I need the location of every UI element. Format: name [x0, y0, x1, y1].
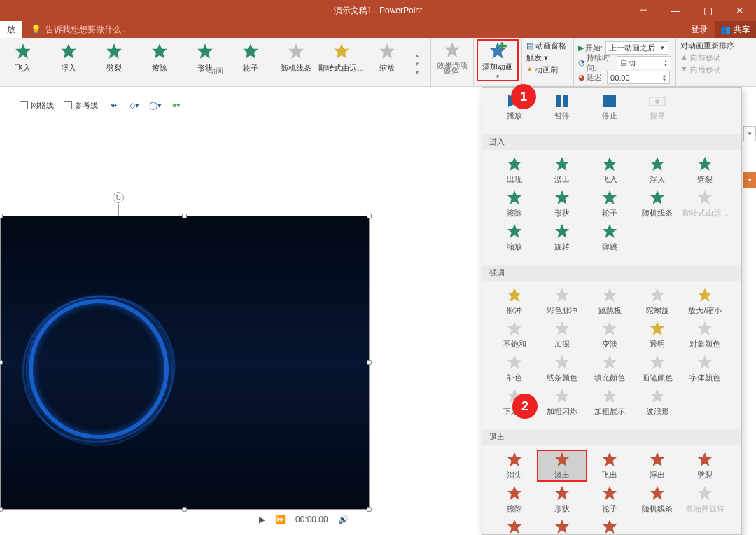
- media-stop[interactable]: 停止: [586, 93, 634, 121]
- add-animation-dropdown: 播放 暂停 停止 搜寻 进入 出现淡出飞入浮入劈裂擦除形状轮子随机线条翻转式由远…: [482, 87, 742, 535]
- category-exit: 退出: [482, 429, 741, 445]
- anim-option[interactable]: 浮入: [634, 155, 681, 185]
- anim-option[interactable]: 陀螺旋: [634, 286, 681, 316]
- svg-marker-52: [555, 452, 569, 466]
- anim-option[interactable]: 擦除: [491, 485, 538, 514]
- painter-icon: ✦: [526, 65, 533, 74]
- anim-option[interactable]: 缩放: [491, 518, 538, 535]
- anim-option[interactable]: 跳跳板: [586, 286, 634, 316]
- annotation-badge-2: 2: [512, 394, 538, 419]
- rail-marker[interactable]: ▾: [743, 172, 756, 188]
- anim-option[interactable]: 变淡: [586, 320, 634, 349]
- anim-option[interactable]: 加粗闪烁: [538, 387, 586, 417]
- anim-option[interactable]: 轮子: [586, 485, 634, 514]
- anim-option[interactable]: 旋转: [538, 518, 586, 535]
- delay-spinner[interactable]: 00.00▲▼: [607, 71, 670, 84]
- close-icon[interactable]: ✕: [724, 0, 756, 21]
- anim-option[interactable]: 波浪形: [634, 387, 681, 417]
- category-entrance: 进入: [482, 134, 741, 150]
- anim-option: 收缩并旋转: [681, 485, 729, 514]
- anim-option[interactable]: 随机线条: [634, 189, 681, 218]
- duration-spinner[interactable]: 自动▲▼: [617, 56, 671, 69]
- svg-marker-1: [61, 43, 76, 59]
- anim-option[interactable]: 劈裂: [681, 451, 729, 480]
- anim-option[interactable]: 淡出: [538, 451, 586, 480]
- reorder-section: 对动画重新排序 ▲向前移动 ▼向后移动: [676, 38, 752, 86]
- animation-painter-button[interactable]: ✦动画刷: [526, 64, 569, 75]
- svg-marker-31: [603, 224, 617, 238]
- delay-icon: ◕: [578, 73, 585, 82]
- move-later-button[interactable]: ▼向后移动: [680, 64, 748, 75]
- svg-marker-58: [603, 486, 617, 500]
- guides-checkbox[interactable]: 参考线: [64, 100, 98, 111]
- fill-dropdown-icon[interactable]: ●▾: [171, 99, 182, 111]
- video-object[interactable]: ↻: [0, 216, 370, 510]
- step-button[interactable]: ⏩: [275, 515, 286, 524]
- login-link[interactable]: 登录: [684, 24, 715, 36]
- anim-option[interactable]: 填充颜色: [586, 354, 634, 383]
- anim-option[interactable]: 飞入: [586, 155, 634, 185]
- volume-icon[interactable]: 🔊: [338, 515, 349, 524]
- anim-option[interactable]: 弹跳: [586, 518, 634, 535]
- move-earlier-button[interactable]: ▲向前移动: [680, 53, 748, 63]
- anim-option[interactable]: 画笔颜色: [634, 354, 681, 383]
- anim-option[interactable]: 透明: [634, 320, 681, 349]
- anim-option[interactable]: 飞出: [586, 451, 634, 480]
- start-dropdown[interactable]: 上一动画之后▼: [606, 41, 668, 55]
- play-button[interactable]: ▶: [259, 515, 265, 524]
- svg-marker-28: [698, 190, 712, 204]
- ribbon-display-options-icon[interactable]: ▭: [627, 0, 659, 21]
- gridlines-checkbox[interactable]: 网格线: [20, 100, 54, 111]
- tab-active[interactable]: 放: [0, 21, 22, 38]
- anim-option[interactable]: 弹跳: [586, 223, 634, 252]
- svg-marker-50: [650, 389, 664, 403]
- anim-option[interactable]: 加深: [538, 320, 586, 349]
- svg-marker-53: [603, 452, 617, 466]
- svg-marker-19: [507, 157, 522, 171]
- playback-time: 00:00.00: [295, 515, 328, 524]
- entrance-row: 出现淡出飞入浮入劈裂擦除形状轮子随机线条翻转式由远...缩放旋转弹跳: [482, 150, 741, 265]
- anim-option[interactable]: 对象颜色: [681, 320, 729, 349]
- anim-option[interactable]: 形状: [538, 189, 586, 218]
- trigger-button[interactable]: 触发 ▾: [526, 53, 569, 63]
- anim-option[interactable]: 彩色脉冲: [538, 286, 586, 316]
- anim-option[interactable]: 加粗展示: [586, 387, 634, 417]
- anim-option[interactable]: 擦除: [491, 189, 538, 218]
- media-pause[interactable]: 暂停: [538, 93, 586, 121]
- anim-option[interactable]: 脉冲: [491, 286, 538, 316]
- maximize-icon[interactable]: ▢: [692, 0, 724, 21]
- rail-dropdown-button[interactable]: ▾: [743, 126, 756, 141]
- anim-option[interactable]: 线条颜色: [538, 354, 586, 383]
- tell-me-input[interactable]: 💡 告诉我您想要做什么...: [31, 24, 128, 36]
- anim-option[interactable]: 缩放: [491, 223, 538, 252]
- anim-option[interactable]: 形状: [538, 485, 586, 514]
- svg-marker-38: [555, 321, 569, 335]
- anim-option[interactable]: 浮出: [634, 451, 681, 480]
- minimize-icon[interactable]: —: [659, 0, 692, 21]
- anim-option[interactable]: 字体颜色: [681, 354, 729, 383]
- up-arrow-icon: ▲: [680, 53, 688, 63]
- add-animation-button[interactable]: 添加动画 ▼: [478, 41, 517, 80]
- rotate-handle[interactable]: ↻: [113, 192, 124, 203]
- add-animation-section: 添加动画 ▼: [473, 38, 522, 86]
- svg-marker-30: [555, 224, 569, 238]
- anim-option[interactable]: 补色: [491, 354, 538, 383]
- anim-option[interactable]: 出现: [491, 155, 538, 185]
- ruler-icon[interactable]: ⇹: [108, 99, 119, 111]
- anim-option[interactable]: 放大/缩小: [681, 286, 729, 316]
- anim-option[interactable]: 随机线条: [634, 485, 681, 514]
- svg-marker-32: [507, 288, 522, 302]
- animation-pane-button[interactable]: ▤动画窗格: [526, 41, 569, 51]
- anim-option[interactable]: 轮子: [586, 189, 634, 218]
- circle-dropdown-icon[interactable]: ◯▾: [150, 99, 161, 111]
- anim-option[interactable]: 旋转: [538, 223, 586, 252]
- shape-dropdown-icon[interactable]: ◇▾: [129, 99, 140, 111]
- anim-option[interactable]: 淡出: [538, 155, 586, 185]
- anim-option[interactable]: 不饱和: [491, 320, 538, 349]
- anim-option[interactable]: 消失: [491, 451, 538, 480]
- share-button[interactable]: 👥 共享: [715, 21, 756, 38]
- window-controls: ▭ — ▢ ✕: [627, 0, 756, 21]
- ribbon-group-labels: 动画 媒体: [0, 66, 476, 87]
- anim-option[interactable]: 劈裂: [681, 155, 729, 185]
- svg-marker-49: [603, 389, 617, 403]
